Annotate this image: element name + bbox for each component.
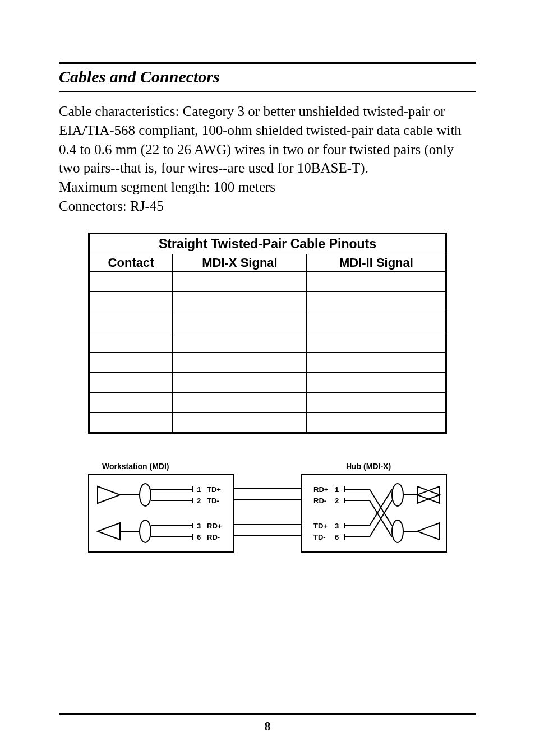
cell-mdiii xyxy=(307,392,446,412)
svg-marker-7 xyxy=(98,523,120,540)
cell-contact xyxy=(89,372,173,392)
cell-mdix xyxy=(173,332,307,352)
pin-num: 2 xyxy=(335,497,339,505)
table-row xyxy=(89,291,446,312)
body-text: Cable characteristics: Category 3 or bet… xyxy=(59,102,476,216)
table-header-mdiii: MDI-II Signal xyxy=(307,254,446,271)
cell-mdix xyxy=(173,372,307,392)
cell-mdix xyxy=(173,352,307,372)
wiring-diagram: Workstation (MDI) Hub (MDI-X) 1 TD+ 2 TD… xyxy=(88,462,447,568)
cell-mdix xyxy=(173,412,307,433)
svg-point-2 xyxy=(140,484,151,506)
cell-mdix xyxy=(173,312,307,332)
pin-signal: RD- xyxy=(313,497,326,505)
pin-num: 6 xyxy=(335,533,339,541)
cell-contact xyxy=(89,332,173,352)
cell-mdiii xyxy=(307,372,446,392)
pin-signal: RD+ xyxy=(313,485,328,494)
cell-mdix xyxy=(173,271,307,291)
table-title: Straight Twisted-Pair Cable Pinouts xyxy=(89,233,446,254)
svg-marker-32 xyxy=(417,523,440,540)
workstation-box: 1 TD+ 2 TD- 3 RD+ 6 RD- xyxy=(88,474,234,553)
page-footer: 8 xyxy=(59,713,476,734)
table-row xyxy=(89,332,446,352)
cell-contact xyxy=(89,392,173,412)
pin-signal: RD+ xyxy=(207,522,222,530)
pin-signal: TD+ xyxy=(207,485,221,494)
pin-signal: TD+ xyxy=(313,522,328,530)
cell-mdiii xyxy=(307,352,446,372)
cell-contact xyxy=(89,291,173,312)
table-header-contact: Contact xyxy=(89,254,173,271)
cell-mdix xyxy=(173,392,307,412)
table-row xyxy=(89,312,446,332)
pin-num: 6 xyxy=(197,533,201,541)
svg-point-9 xyxy=(140,520,151,542)
cell-mdiii xyxy=(307,312,446,332)
paragraph-cable-characteristics: Cable characteristics: Category 3 or bet… xyxy=(59,102,476,178)
pin-signal: RD- xyxy=(207,533,220,541)
svg-point-26 xyxy=(392,484,403,506)
svg-marker-29 xyxy=(417,486,440,503)
cell-mdiii xyxy=(307,291,446,312)
svg-marker-28 xyxy=(417,486,440,503)
pin-num: 1 xyxy=(197,485,201,494)
workstation-label: Workstation (MDI) xyxy=(102,462,169,471)
paragraph-connectors: Connectors: RJ-45 xyxy=(59,197,476,216)
pin-signal: TD- xyxy=(313,533,326,541)
table-row xyxy=(89,372,446,392)
section-title: Cables and Connectors xyxy=(59,67,476,86)
hub-label: Hub (MDI-X) xyxy=(346,462,391,471)
cell-contact xyxy=(89,312,173,332)
pin-num: 3 xyxy=(197,522,201,530)
cable-lines-icon xyxy=(234,474,302,553)
pinout-table: Straight Twisted-Pair Cable Pinouts Cont… xyxy=(88,233,447,434)
table-row xyxy=(89,271,446,291)
table-header-mdix: MDI-X Signal xyxy=(173,254,307,271)
cell-mdiii xyxy=(307,332,446,352)
cell-contact xyxy=(89,352,173,372)
cell-mdiii xyxy=(307,412,446,433)
cell-mdix xyxy=(173,291,307,312)
pin-num: 2 xyxy=(197,497,201,505)
cell-mdiii xyxy=(307,271,446,291)
svg-point-30 xyxy=(392,520,403,542)
pin-num: 1 xyxy=(335,485,339,494)
pin-num: 3 xyxy=(335,522,339,530)
svg-marker-0 xyxy=(98,486,120,503)
table-row xyxy=(89,352,446,372)
cell-contact xyxy=(89,412,173,433)
pin-signal: TD- xyxy=(207,497,219,505)
table-row xyxy=(89,392,446,412)
cell-contact xyxy=(89,271,173,291)
hub-box: RD+ 1 RD- 2 TD+ 3 TD- 6 xyxy=(301,474,447,553)
page-number: 8 xyxy=(59,720,476,734)
paragraph-max-segment: Maximum segment length: 100 meters xyxy=(59,178,476,197)
table-row xyxy=(89,412,446,433)
